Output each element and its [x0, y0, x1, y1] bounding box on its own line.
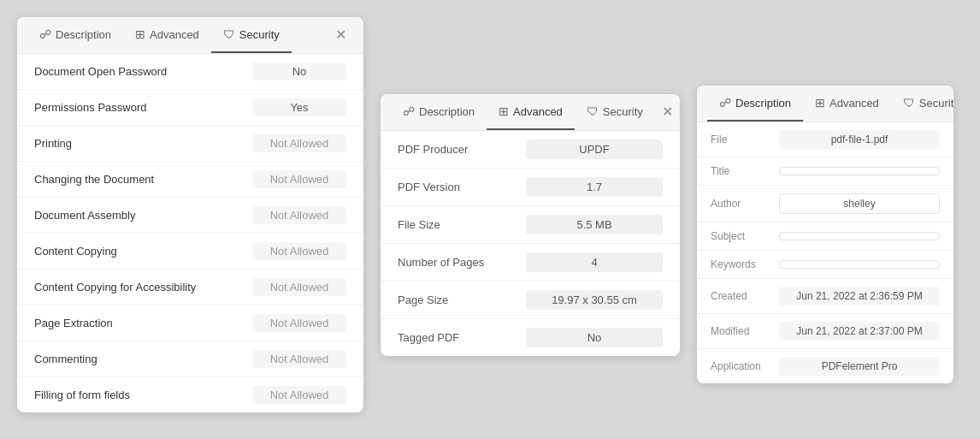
modified-value: Jun 21, 2022 at 2:37:00 PM — [779, 322, 940, 341]
form-fields-value: Not Allowed — [252, 386, 346, 404]
tagged-pdf-label: Tagged PDF — [398, 331, 500, 344]
tab-description-3[interactable]: ☍ Description — [707, 86, 803, 122]
title-value[interactable] — [779, 167, 940, 175]
content-copying-access-label: Content Copying for Accessibility — [34, 281, 196, 294]
list-item: Page Size 19.97 x 30.55 cm — [381, 282, 680, 319]
keywords-label: Keywords — [711, 258, 770, 270]
pdf-producer-value: UPDF — [526, 139, 663, 159]
doc-assembly-value: Not Allowed — [252, 206, 346, 224]
doc-open-password-label: Document Open Password — [34, 65, 167, 78]
list-item: PDF Version 1.7 — [381, 169, 680, 206]
panel1-body: Document Open Password No Permissions Pa… — [17, 54, 363, 412]
keywords-value[interactable] — [779, 260, 940, 269]
author-value[interactable]: shelley — [779, 193, 940, 214]
tab-description-label-3: Description — [735, 97, 791, 110]
pdf-version-value: 1.7 — [526, 177, 663, 197]
list-item: Content Copying for Accessibility Not Al… — [17, 270, 363, 306]
panel2-header: ☍ Description ⊞ Advanced 🛡 Security ✕ — [381, 94, 680, 131]
page-size-value: 19.97 x 30.55 cm — [526, 290, 663, 310]
tab-security-2[interactable]: 🛡 Security — [575, 94, 655, 130]
list-item: Application PDFelement Pro — [697, 349, 953, 383]
panel2-body: PDF Producer UPDF PDF Version 1.7 File S… — [381, 131, 680, 356]
list-item: Modified Jun 21, 2022 at 2:37:00 PM — [697, 314, 953, 349]
tab-advanced-label-1: Advanced — [150, 28, 199, 41]
printing-value: Not Allowed — [252, 134, 346, 152]
tab-advanced-1[interactable]: ⊞ Advanced — [123, 17, 211, 53]
author-label: Author — [711, 198, 770, 210]
list-item: PDF Producer UPDF — [381, 131, 680, 169]
security-icon-1: 🛡 — [223, 27, 235, 41]
created-label: Created — [711, 290, 770, 302]
list-item: Author shelley — [697, 186, 953, 222]
list-item: Document Open Password No — [17, 54, 363, 90]
num-pages-label: Number of Pages — [398, 256, 500, 269]
list-item: Content Copying Not Allowed — [17, 234, 363, 270]
security-icon-2: 🛡 — [587, 104, 599, 118]
created-value: Jun 21, 2022 at 2:36:59 PM — [779, 287, 940, 306]
tab-security-1[interactable]: 🛡 Security — [211, 17, 292, 53]
description-icon-1: ☍ — [39, 27, 51, 41]
list-item: Document Assembly Not Allowed — [17, 198, 363, 234]
list-item: File pdf-file-1.pdf — [697, 122, 953, 157]
tab-description-2[interactable]: ☍ Description — [391, 94, 487, 130]
file-label: File — [711, 133, 770, 145]
doc-assembly-label: Document Assembly — [34, 209, 136, 222]
tagged-pdf-value: No — [526, 328, 663, 347]
security-icon-3: 🛡 — [903, 96, 915, 110]
subject-value[interactable] — [779, 232, 940, 240]
content-copying-value: Not Allowed — [252, 242, 346, 260]
doc-open-password-value: No — [252, 62, 346, 80]
page-extraction-value: Not Allowed — [252, 314, 346, 332]
list-item: File Size 5.5 MB — [381, 206, 680, 244]
list-item: Permissions Password Yes — [17, 90, 363, 126]
changing-doc-label: Changing the Document — [34, 173, 154, 186]
security-panel: ☍ Description ⊞ Advanced 🛡 Security ✕ Do… — [17, 17, 363, 412]
description-panel: ☍ Description ⊞ Advanced 🛡 Security ✕ Fi… — [697, 86, 953, 383]
list-item: Commenting Not Allowed — [17, 341, 363, 377]
tab-description-1[interactable]: ☍ Description — [27, 17, 123, 53]
list-item: Tagged PDF No — [381, 319, 680, 356]
tab-advanced-3[interactable]: ⊞ Advanced — [803, 86, 891, 122]
changing-doc-value: Not Allowed — [252, 170, 346, 188]
pdf-producer-label: PDF Producer — [398, 143, 500, 156]
description-icon-3: ☍ — [719, 96, 731, 110]
file-size-label: File Size — [398, 218, 500, 231]
tab-security-3[interactable]: 🛡 Security — [891, 86, 953, 122]
advanced-panel: ☍ Description ⊞ Advanced 🛡 Security ✕ PD… — [381, 94, 680, 356]
close-panel1-button[interactable]: ✕ — [328, 25, 353, 45]
tab-advanced-label-3: Advanced — [829, 97, 879, 110]
panel3-header: ☍ Description ⊞ Advanced 🛡 Security ✕ — [697, 86, 953, 122]
list-item: Subject — [697, 222, 953, 251]
modified-label: Modified — [711, 325, 770, 337]
application-label: Application — [711, 360, 770, 372]
list-item: Printing Not Allowed — [17, 126, 363, 162]
list-item: Filling of form fields Not Allowed — [17, 377, 363, 412]
list-item: Page Extraction Not Allowed — [17, 306, 363, 341]
tab-security-label-1: Security — [239, 28, 280, 41]
advanced-icon-2: ⊞ — [499, 104, 509, 118]
num-pages-value: 4 — [526, 252, 663, 272]
close-panel2-button[interactable]: ✕ — [655, 102, 680, 122]
advanced-icon-3: ⊞ — [815, 96, 825, 110]
list-item: Number of Pages 4 — [381, 244, 680, 282]
content-copying-label: Content Copying — [34, 245, 117, 258]
advanced-icon-1: ⊞ — [135, 27, 145, 41]
tab-advanced-label-2: Advanced — [513, 105, 563, 118]
printing-label: Printing — [34, 137, 72, 150]
tab-advanced-2[interactable]: ⊞ Advanced — [487, 94, 575, 130]
file-value: pdf-file-1.pdf — [779, 130, 940, 149]
panel1-header: ☍ Description ⊞ Advanced 🛡 Security ✕ — [17, 17, 363, 54]
panel3-body: File pdf-file-1.pdf Title Author shelley… — [697, 122, 953, 383]
permissions-password-value: Yes — [252, 98, 346, 116]
subject-label: Subject — [711, 230, 770, 242]
tab-security-label-2: Security — [603, 105, 643, 118]
title-label: Title — [711, 165, 770, 177]
page-size-label: Page Size — [398, 294, 500, 306]
content-copying-access-value: Not Allowed — [252, 278, 346, 296]
description-icon-2: ☍ — [403, 104, 415, 118]
permissions-password-label: Permissions Password — [34, 101, 147, 114]
form-fields-label: Filling of form fields — [34, 389, 130, 401]
application-value: PDFelement Pro — [779, 357, 940, 376]
tab-description-label-2: Description — [419, 105, 475, 118]
tab-security-label-3: Security — [919, 97, 953, 110]
